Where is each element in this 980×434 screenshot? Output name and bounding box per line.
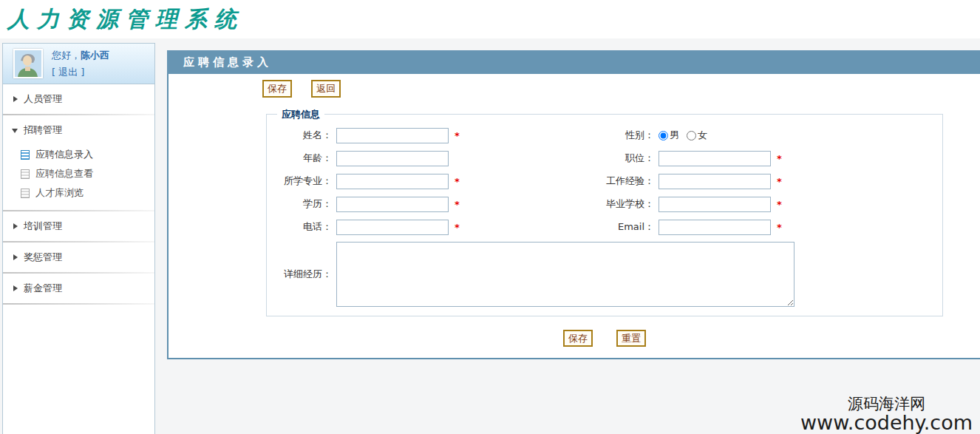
toolbar: 保存 返回 bbox=[169, 74, 980, 98]
sidebar-item-talent-pool[interactable]: 人才库浏览 bbox=[3, 183, 154, 203]
menu-label: 人员管理 bbox=[24, 93, 62, 104]
user-greeting: 您好，陈小西 bbox=[52, 49, 109, 62]
logo-band: 人力资源管理系统 bbox=[0, 0, 980, 38]
required-mark: * bbox=[455, 176, 465, 187]
form-row: 姓名： * 性别： 男 女 bbox=[267, 124, 942, 147]
major-input[interactable] bbox=[336, 174, 449, 189]
fieldset-legend: 应聘信息 bbox=[277, 108, 324, 121]
sidebar-item-recruitment[interactable]: 招聘管理 bbox=[3, 115, 154, 145]
gender-female-text: 女 bbox=[698, 129, 707, 142]
menu-label: 招聘管理 bbox=[24, 124, 62, 135]
required-mark: * bbox=[455, 130, 465, 141]
page-title-bar: 应聘信息录入 bbox=[167, 50, 980, 74]
submenu-label: 人才库浏览 bbox=[35, 186, 84, 200]
sidebar-item-application-view[interactable]: 应聘信息查看 bbox=[3, 164, 154, 183]
gender-radio-male[interactable] bbox=[659, 131, 668, 140]
chevron-right-icon bbox=[13, 254, 18, 260]
gender-radio-group: 男 女 bbox=[659, 129, 707, 142]
form-actions: 保存 重置 bbox=[266, 330, 943, 347]
phone-input[interactable] bbox=[336, 220, 449, 235]
menu-label: 培训管理 bbox=[24, 220, 62, 231]
user-name: 陈小西 bbox=[81, 50, 109, 61]
phone-label: 电话： bbox=[267, 220, 332, 234]
main-content: 应聘信息录入 保存 返回 应聘信息 姓名： * 性别： 男 女 年龄： bbox=[167, 50, 980, 359]
watermark: 源码海洋网 www.codehy.com bbox=[800, 396, 973, 433]
name-label: 姓名： bbox=[267, 129, 332, 142]
page-title: 应聘信息录入 bbox=[183, 55, 272, 69]
sidebar-item-rewards[interactable]: 奖惩管理 bbox=[3, 243, 154, 272]
experience-input[interactable] bbox=[659, 174, 771, 189]
app-logo: 人力资源管理系统 bbox=[0, 0, 244, 35]
person-icon bbox=[15, 50, 41, 77]
submenu-label: 应聘信息录入 bbox=[35, 148, 93, 161]
document-icon bbox=[21, 150, 30, 160]
required-mark: * bbox=[777, 153, 787, 164]
gender-option-male[interactable]: 男 bbox=[659, 129, 679, 142]
sidebar-item-salary[interactable]: 薪金管理 bbox=[3, 274, 154, 303]
gender-radio-female[interactable] bbox=[687, 131, 696, 140]
form-row: 所学专业： * 工作经验： * bbox=[267, 170, 942, 193]
gender-male-text: 男 bbox=[670, 129, 679, 142]
required-mark: * bbox=[455, 199, 465, 210]
position-input[interactable] bbox=[659, 151, 771, 166]
user-avatar bbox=[13, 49, 43, 78]
submenu-label: 应聘信息查看 bbox=[35, 167, 93, 180]
menu-label: 奖惩管理 bbox=[24, 251, 62, 262]
age-label: 年龄： bbox=[267, 152, 332, 165]
menu-label: 薪金管理 bbox=[24, 282, 62, 294]
application-info-fieldset: 应聘信息 姓名： * 性别： 男 女 年龄： 职位： * 所学专 bbox=[266, 108, 943, 316]
required-mark: * bbox=[777, 222, 787, 233]
sidebar-menu: 人员管理 招聘管理 应聘信息录入 应聘信息查看 人才库浏览 培训管理 bbox=[3, 84, 154, 305]
detail-label: 详细经历： bbox=[267, 268, 332, 281]
content-panel: 保存 返回 应聘信息 姓名： * 性别： 男 女 年龄： 职位： bbox=[167, 74, 980, 359]
user-info: 您好，陈小西 [ 退出 ] bbox=[52, 49, 109, 79]
position-label: 职位： bbox=[465, 152, 654, 165]
sidebar-item-training[interactable]: 培训管理 bbox=[3, 211, 154, 241]
chevron-right-icon bbox=[13, 96, 18, 102]
gender-option-female[interactable]: 女 bbox=[687, 129, 707, 142]
chevron-right-icon bbox=[13, 285, 18, 291]
user-panel: 您好，陈小西 [ 退出 ] bbox=[3, 44, 154, 84]
required-mark: * bbox=[777, 199, 787, 210]
education-label: 学历： bbox=[267, 197, 332, 211]
required-mark: * bbox=[455, 222, 465, 233]
required-mark: * bbox=[777, 176, 787, 187]
sidebar: 您好，陈小西 [ 退出 ] 人员管理 招聘管理 应聘信息录入 应聘信息查看 人才 bbox=[2, 43, 155, 434]
document-icon bbox=[21, 169, 30, 179]
save-button-bottom[interactable]: 保存 bbox=[563, 330, 593, 347]
reset-button[interactable]: 重置 bbox=[616, 330, 646, 347]
school-label: 毕业学校： bbox=[465, 197, 654, 211]
form-row: 学历： * 毕业学校： * bbox=[267, 193, 942, 216]
recruitment-submenu: 应聘信息录入 应聘信息查看 人才库浏览 bbox=[3, 145, 154, 210]
chevron-down-icon bbox=[12, 129, 18, 133]
name-input[interactable] bbox=[336, 128, 449, 143]
greeting-prefix: 您好， bbox=[52, 50, 81, 61]
watermark-site-url: www.codehy.com bbox=[800, 413, 973, 433]
major-label: 所学专业： bbox=[267, 174, 332, 188]
gender-label: 性别： bbox=[465, 129, 654, 142]
school-input[interactable] bbox=[659, 197, 771, 212]
form-row: 年龄： 职位： * bbox=[267, 147, 942, 170]
chevron-right-icon bbox=[13, 223, 18, 229]
sidebar-item-personnel[interactable]: 人员管理 bbox=[3, 84, 154, 114]
watermark-site-name: 源码海洋网 bbox=[800, 396, 973, 413]
email-label: Email： bbox=[465, 220, 654, 234]
experience-label: 工作经验： bbox=[465, 174, 654, 188]
logout-link[interactable]: [ 退出 ] bbox=[52, 66, 109, 79]
form-row: 电话： * Email： * bbox=[267, 216, 942, 239]
detail-textarea[interactable] bbox=[336, 242, 794, 307]
email-input[interactable] bbox=[659, 220, 771, 235]
divider bbox=[3, 303, 154, 305]
save-button-top[interactable]: 保存 bbox=[262, 80, 292, 98]
sidebar-item-application-entry[interactable]: 应聘信息录入 bbox=[3, 145, 154, 164]
back-button[interactable]: 返回 bbox=[311, 80, 341, 98]
document-icon bbox=[21, 189, 30, 198]
education-input[interactable] bbox=[336, 197, 449, 212]
form-row: 详细经历： bbox=[267, 242, 942, 307]
age-input[interactable] bbox=[336, 151, 449, 166]
